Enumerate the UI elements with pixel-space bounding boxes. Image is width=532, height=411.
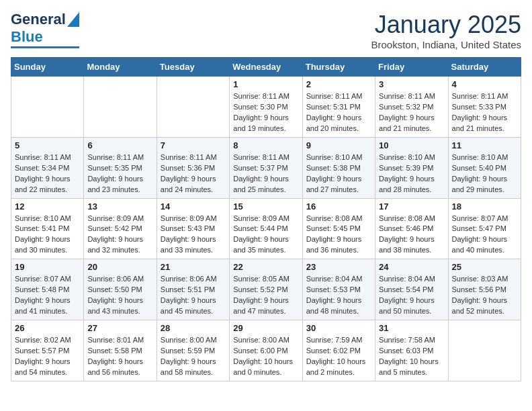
col-sunday: Sunday xyxy=(11,58,84,77)
title-area: January 2025 Brookston, Indiana, United … xyxy=(371,11,521,50)
day-cell: 8Sunrise: 8:11 AM Sunset: 5:37 PM Daylig… xyxy=(230,137,302,198)
day-cell: 4Sunrise: 8:11 AM Sunset: 5:33 PM Daylig… xyxy=(448,77,521,138)
day-number: 18 xyxy=(452,201,517,212)
day-cell: 30Sunrise: 7:59 AM Sunset: 6:02 PM Dayli… xyxy=(302,320,375,381)
day-info: Sunrise: 8:01 AM Sunset: 5:58 PM Dayligh… xyxy=(87,335,152,378)
calendar-table: Sunday Monday Tuesday Wednesday Thursday… xyxy=(11,57,521,381)
day-number: 1 xyxy=(233,79,298,89)
day-info: Sunrise: 8:10 AM Sunset: 5:38 PM Dayligh… xyxy=(306,152,371,195)
day-number: 21 xyxy=(161,262,226,272)
day-number: 16 xyxy=(306,201,371,212)
day-info: Sunrise: 8:11 AM Sunset: 5:34 PM Dayligh… xyxy=(15,152,80,195)
day-cell: 21Sunrise: 8:06 AM Sunset: 5:51 PM Dayli… xyxy=(157,259,229,320)
day-info: Sunrise: 8:07 AM Sunset: 5:48 PM Dayligh… xyxy=(15,274,80,317)
day-info: Sunrise: 7:58 AM Sunset: 6:03 PM Dayligh… xyxy=(379,335,444,378)
day-cell: 17Sunrise: 8:08 AM Sunset: 5:46 PM Dayli… xyxy=(375,198,448,259)
day-cell: 31Sunrise: 7:58 AM Sunset: 6:03 PM Dayli… xyxy=(375,320,448,381)
day-number: 27 xyxy=(87,323,152,333)
day-info: Sunrise: 8:04 AM Sunset: 5:54 PM Dayligh… xyxy=(379,274,444,317)
header: General Blue January 2025 Brookston, Ind… xyxy=(11,11,521,50)
col-friday: Friday xyxy=(375,58,448,77)
day-info: Sunrise: 8:09 AM Sunset: 5:43 PM Dayligh… xyxy=(161,214,226,257)
day-number: 3 xyxy=(379,79,444,89)
day-cell: 10Sunrise: 8:10 AM Sunset: 5:39 PM Dayli… xyxy=(375,137,448,198)
day-number: 17 xyxy=(379,201,444,212)
day-number: 20 xyxy=(87,262,152,272)
day-cell: 13Sunrise: 8:09 AM Sunset: 5:42 PM Dayli… xyxy=(84,198,157,259)
day-cell: 11Sunrise: 8:10 AM Sunset: 5:40 PM Dayli… xyxy=(448,137,521,198)
day-number: 6 xyxy=(87,140,152,150)
day-info: Sunrise: 8:00 AM Sunset: 5:59 PM Dayligh… xyxy=(161,335,226,378)
day-info: Sunrise: 8:06 AM Sunset: 5:51 PM Dayligh… xyxy=(161,274,226,317)
col-saturday: Saturday xyxy=(448,58,521,77)
day-number: 13 xyxy=(87,201,152,212)
day-number: 30 xyxy=(306,323,371,333)
day-cell: 25Sunrise: 8:03 AM Sunset: 5:56 PM Dayli… xyxy=(448,259,521,320)
day-number: 2 xyxy=(306,79,371,89)
day-info: Sunrise: 8:06 AM Sunset: 5:50 PM Dayligh… xyxy=(87,274,152,317)
logo-blue: Blue xyxy=(11,28,43,46)
day-number: 15 xyxy=(233,201,298,212)
week-row-2: 5Sunrise: 8:11 AM Sunset: 5:34 PM Daylig… xyxy=(11,137,521,198)
day-number: 11 xyxy=(452,140,517,150)
month-title: January 2025 xyxy=(371,11,521,39)
col-monday: Monday xyxy=(84,58,157,77)
day-info: Sunrise: 8:10 AM Sunset: 5:41 PM Dayligh… xyxy=(15,214,80,257)
day-cell: 22Sunrise: 8:05 AM Sunset: 5:52 PM Dayli… xyxy=(230,259,302,320)
day-cell xyxy=(448,320,521,381)
day-cell: 23Sunrise: 8:04 AM Sunset: 5:53 PM Dayli… xyxy=(302,259,375,320)
col-tuesday: Tuesday xyxy=(157,58,229,77)
day-info: Sunrise: 8:11 AM Sunset: 5:32 PM Dayligh… xyxy=(379,91,444,134)
location: Brookston, Indiana, United States xyxy=(371,39,521,50)
day-number: 29 xyxy=(233,323,298,333)
day-number: 7 xyxy=(161,140,226,150)
day-info: Sunrise: 8:11 AM Sunset: 5:31 PM Dayligh… xyxy=(306,91,371,134)
day-cell: 3Sunrise: 8:11 AM Sunset: 5:32 PM Daylig… xyxy=(375,77,448,138)
logo-triangle-icon xyxy=(67,12,79,27)
week-row-1: 1Sunrise: 8:11 AM Sunset: 5:30 PM Daylig… xyxy=(11,77,521,138)
day-cell: 18Sunrise: 8:07 AM Sunset: 5:47 PM Dayli… xyxy=(448,198,521,259)
day-cell: 28Sunrise: 8:00 AM Sunset: 5:59 PM Dayli… xyxy=(157,320,229,381)
day-info: Sunrise: 8:09 AM Sunset: 5:44 PM Dayligh… xyxy=(233,214,298,257)
svg-marker-0 xyxy=(67,12,79,27)
day-number: 19 xyxy=(15,262,80,272)
day-cell: 26Sunrise: 8:02 AM Sunset: 5:57 PM Dayli… xyxy=(11,320,84,381)
day-number: 4 xyxy=(452,79,517,89)
day-number: 31 xyxy=(379,323,444,333)
day-cell: 1Sunrise: 8:11 AM Sunset: 5:30 PM Daylig… xyxy=(230,77,302,138)
day-info: Sunrise: 7:59 AM Sunset: 6:02 PM Dayligh… xyxy=(306,335,371,378)
day-info: Sunrise: 8:09 AM Sunset: 5:42 PM Dayligh… xyxy=(87,214,152,257)
logo-general: General xyxy=(11,11,66,28)
day-info: Sunrise: 8:11 AM Sunset: 5:36 PM Dayligh… xyxy=(161,152,226,195)
day-number: 12 xyxy=(15,201,80,212)
day-info: Sunrise: 8:03 AM Sunset: 5:56 PM Dayligh… xyxy=(452,274,517,317)
day-cell xyxy=(157,77,229,138)
day-info: Sunrise: 8:05 AM Sunset: 5:52 PM Dayligh… xyxy=(233,274,298,317)
day-number: 25 xyxy=(452,262,517,272)
day-info: Sunrise: 8:10 AM Sunset: 5:39 PM Dayligh… xyxy=(379,152,444,195)
day-cell: 29Sunrise: 8:00 AM Sunset: 6:00 PM Dayli… xyxy=(230,320,302,381)
day-cell: 12Sunrise: 8:10 AM Sunset: 5:41 PM Dayli… xyxy=(11,198,84,259)
day-cell: 2Sunrise: 8:11 AM Sunset: 5:31 PM Daylig… xyxy=(302,77,375,138)
day-cell: 27Sunrise: 8:01 AM Sunset: 5:58 PM Dayli… xyxy=(84,320,157,381)
calendar-page: General Blue January 2025 Brookston, Ind… xyxy=(0,0,532,392)
day-info: Sunrise: 8:02 AM Sunset: 5:57 PM Dayligh… xyxy=(15,335,80,378)
col-thursday: Thursday xyxy=(302,58,375,77)
day-cell: 6Sunrise: 8:11 AM Sunset: 5:35 PM Daylig… xyxy=(84,137,157,198)
day-cell: 16Sunrise: 8:08 AM Sunset: 5:45 PM Dayli… xyxy=(302,198,375,259)
col-wednesday: Wednesday xyxy=(230,58,302,77)
day-info: Sunrise: 8:11 AM Sunset: 5:33 PM Dayligh… xyxy=(452,91,517,134)
day-info: Sunrise: 8:10 AM Sunset: 5:40 PM Dayligh… xyxy=(452,152,517,195)
day-info: Sunrise: 8:11 AM Sunset: 5:30 PM Dayligh… xyxy=(233,91,298,134)
day-cell: 14Sunrise: 8:09 AM Sunset: 5:43 PM Dayli… xyxy=(157,198,229,259)
day-cell: 19Sunrise: 8:07 AM Sunset: 5:48 PM Dayli… xyxy=(11,259,84,320)
day-number: 14 xyxy=(161,201,226,212)
day-info: Sunrise: 8:07 AM Sunset: 5:47 PM Dayligh… xyxy=(452,214,517,257)
day-info: Sunrise: 8:04 AM Sunset: 5:53 PM Dayligh… xyxy=(306,274,371,317)
logo: General Blue xyxy=(11,11,79,48)
day-cell: 9Sunrise: 8:10 AM Sunset: 5:38 PM Daylig… xyxy=(302,137,375,198)
day-number: 23 xyxy=(306,262,371,272)
day-info: Sunrise: 8:11 AM Sunset: 5:35 PM Dayligh… xyxy=(87,152,152,195)
logo-underline xyxy=(11,46,79,48)
header-row: Sunday Monday Tuesday Wednesday Thursday… xyxy=(11,58,521,77)
